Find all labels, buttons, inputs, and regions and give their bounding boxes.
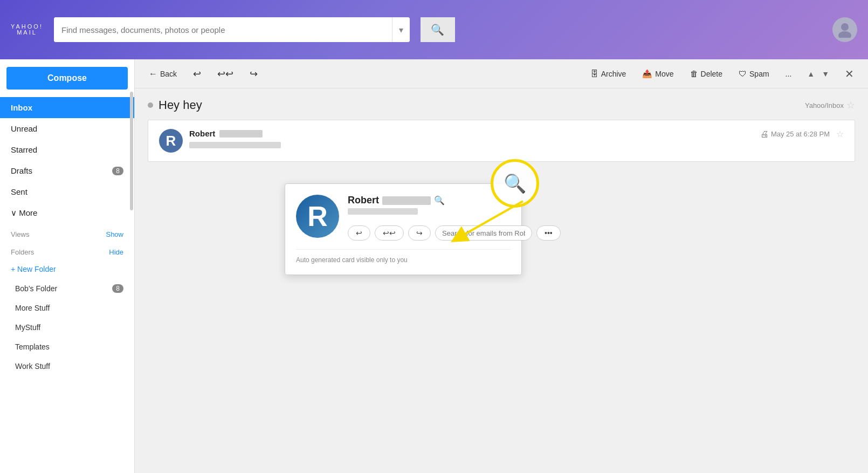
search-bar: ▾ bbox=[54, 17, 410, 42]
archive-label: Archive bbox=[601, 70, 626, 78]
contact-popup-inner: R Robert 🔍 ↩ ↩↩ ↪ ••• bbox=[296, 195, 511, 241]
views-section-header: Views Show bbox=[0, 224, 134, 242]
contact-reply-all-button[interactable]: ↩↩ bbox=[375, 225, 404, 241]
yahoo-logo: YAHOO! MAIL bbox=[11, 24, 43, 36]
sender-name[interactable]: Robert bbox=[189, 129, 215, 138]
message-card: R Robert 🖨 May 25 at 6:28 PM ☆ bbox=[148, 120, 855, 162]
back-arrow-icon: ← bbox=[149, 69, 157, 79]
sidebar-item-more[interactable]: ∨ More bbox=[0, 202, 134, 224]
reply-all-icon: ↩↩ bbox=[217, 68, 233, 80]
email-subject-row: Hey hey Yahoo/Inbox ☆ bbox=[148, 98, 855, 112]
folder-path-text: Yahoo/Inbox bbox=[805, 101, 844, 109]
annotation-circle: 🔍 bbox=[491, 159, 539, 208]
contact-search-icon[interactable]: 🔍 bbox=[434, 195, 445, 205]
sidebar-item-label-more: ∨ More bbox=[11, 208, 37, 218]
back-label: Back bbox=[160, 70, 177, 78]
contact-action-buttons: ↩ ↩↩ ↪ ••• bbox=[348, 225, 561, 241]
folder-mystuff[interactable]: MyStuff bbox=[0, 318, 134, 337]
new-folder-button[interactable]: + New Folder bbox=[0, 259, 134, 279]
folders-label: Folders bbox=[11, 248, 34, 256]
more-options-label: ... bbox=[786, 70, 792, 78]
spam-icon: 🛡 bbox=[739, 69, 747, 78]
search-dropdown-button[interactable]: ▾ bbox=[392, 17, 410, 42]
message-actions-right: 🖨 May 25 at 6:28 PM ☆ bbox=[760, 129, 844, 139]
contact-popup: R Robert 🔍 ↩ ↩↩ ↪ ••• bbox=[285, 183, 522, 275]
more-options-button[interactable]: ... bbox=[782, 67, 795, 81]
sidebar-item-starred[interactable]: Starred bbox=[0, 139, 134, 160]
delete-button[interactable]: 🗑 Delete bbox=[687, 66, 726, 81]
sidebar-item-label-unread: Unread bbox=[11, 124, 37, 133]
sender-email-blurred bbox=[189, 142, 281, 148]
contact-name: Robert bbox=[348, 195, 379, 206]
message-timestamp: May 25 at 6:28 PM bbox=[771, 130, 830, 138]
email-toolbar: ← Back ↩ ↩↩ ↪ 🗄 Archive 📤 Move 🗑 bbox=[135, 59, 868, 88]
move-button[interactable]: 📤 Move bbox=[639, 66, 677, 81]
archive-icon: 🗄 bbox=[590, 69, 598, 78]
back-button[interactable]: ← Back bbox=[146, 66, 180, 81]
contact-forward-button[interactable]: ↪ bbox=[408, 225, 431, 241]
sidebar-scrollbar[interactable] bbox=[130, 92, 133, 210]
contact-name-blurred bbox=[382, 196, 431, 205]
folder-bobs[interactable]: Bob's Folder 8 bbox=[0, 279, 134, 298]
folder-path-label: Yahoo/Inbox ☆ bbox=[805, 99, 855, 111]
contact-footer-text: Auto generated card visible only to you bbox=[296, 256, 408, 264]
folder-label-mystuff: MyStuff bbox=[15, 323, 40, 332]
next-email-button[interactable]: ▼ bbox=[819, 68, 832, 80]
sidebar-item-inbox[interactable]: Inbox bbox=[0, 97, 134, 118]
annotation-search-icon: 🔍 bbox=[504, 173, 526, 194]
folder-templates[interactable]: Templates bbox=[0, 337, 134, 357]
folder-workstuff[interactable]: Work Stuff bbox=[0, 357, 134, 376]
contact-reply-button[interactable]: ↩ bbox=[348, 225, 370, 241]
email-subject: Hey hey bbox=[148, 98, 202, 112]
prev-email-button[interactable]: ▲ bbox=[804, 68, 817, 80]
move-icon: 📤 bbox=[642, 69, 652, 79]
sidebar-item-sent[interactable]: Sent bbox=[0, 181, 134, 202]
contact-more-button[interactable]: ••• bbox=[536, 225, 561, 241]
sidebar-item-label-sent: Sent bbox=[11, 187, 27, 196]
search-emails-input[interactable] bbox=[435, 225, 532, 241]
folder-label-workstuff: Work Stuff bbox=[15, 362, 50, 371]
sender-info: Robert bbox=[189, 129, 754, 150]
folder-label-templates: Templates bbox=[15, 342, 50, 351]
message-header: R Robert 🖨 May 25 at 6:28 PM ☆ bbox=[159, 129, 844, 153]
compose-button[interactable]: Compose bbox=[6, 67, 128, 90]
search-input[interactable] bbox=[54, 17, 392, 42]
nav-updown: ▲ ▼ bbox=[804, 68, 832, 80]
views-action[interactable]: Show bbox=[106, 230, 123, 238]
print-icon[interactable]: 🖨 bbox=[760, 129, 769, 139]
folder-label-bobs: Bob's Folder bbox=[15, 284, 57, 293]
delete-icon: 🗑 bbox=[690, 69, 698, 78]
folders-section-header: Folders Hide bbox=[0, 242, 134, 259]
views-label: Views bbox=[11, 230, 29, 238]
user-avatar[interactable] bbox=[832, 17, 857, 42]
reply-icon: ↩ bbox=[193, 68, 201, 80]
sidebar-item-unread[interactable]: Unread bbox=[0, 118, 134, 139]
sidebar-item-label-starred: Starred bbox=[11, 145, 37, 154]
move-label: Move bbox=[655, 70, 673, 78]
reply-button[interactable]: ↩ bbox=[190, 65, 204, 83]
delete-label: Delete bbox=[701, 70, 722, 78]
contact-avatar: R bbox=[296, 195, 339, 238]
folder-badge-bobs: 8 bbox=[112, 284, 123, 293]
message-star-icon[interactable]: ☆ bbox=[836, 129, 844, 139]
archive-button[interactable]: 🗄 Archive bbox=[587, 66, 630, 81]
close-button[interactable]: ✕ bbox=[842, 66, 857, 81]
sidebar-nav: Inbox Unread Starred Drafts 8 Sent ∨ Mor… bbox=[0, 97, 134, 473]
forward-icon: ↪ bbox=[250, 68, 258, 80]
sidebar: Compose Inbox Unread Starred Drafts 8 Se… bbox=[0, 59, 135, 473]
sender-name-blurred bbox=[219, 130, 263, 138]
search-button[interactable]: 🔍 bbox=[421, 17, 455, 42]
app-body: Compose Inbox Unread Starred Drafts 8 Se… bbox=[0, 59, 868, 473]
folders-action[interactable]: Hide bbox=[109, 248, 123, 256]
star-icon[interactable]: ☆ bbox=[846, 99, 855, 111]
reply-all-button[interactable]: ↩↩ bbox=[214, 65, 237, 83]
svg-point-1 bbox=[838, 31, 851, 38]
spam-button[interactable]: 🛡 Spam bbox=[735, 66, 773, 81]
unread-dot bbox=[148, 102, 153, 108]
folder-morestuff[interactable]: More Stuff bbox=[0, 298, 134, 318]
sender-avatar[interactable]: R bbox=[159, 129, 183, 153]
folder-label-morestuff: More Stuff bbox=[15, 304, 50, 312]
email-subject-text: Hey hey bbox=[159, 98, 202, 112]
sidebar-item-drafts[interactable]: Drafts 8 bbox=[0, 160, 134, 181]
forward-button[interactable]: ↪ bbox=[246, 65, 261, 83]
